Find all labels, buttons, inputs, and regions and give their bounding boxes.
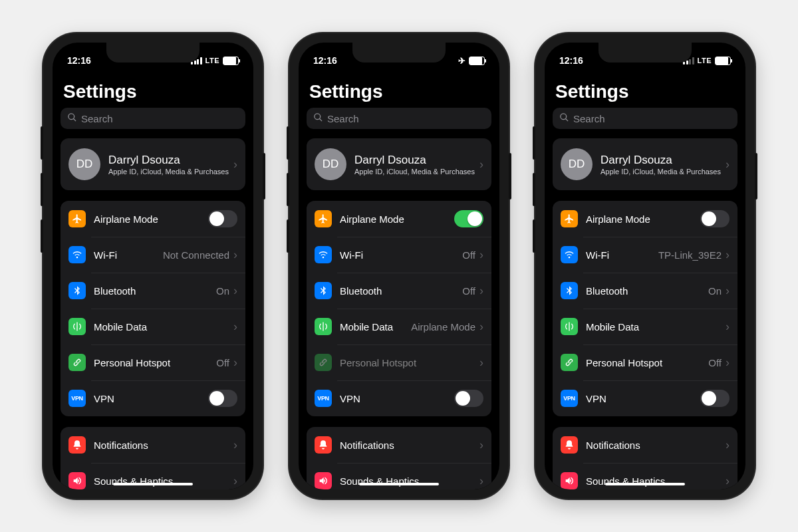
screen: 12:16 LTE Settings Search DD Da xyxy=(53,43,253,489)
avatar: DD xyxy=(68,148,100,180)
row-notifications[interactable]: Notifications › xyxy=(61,427,245,463)
status-time: 12:16 xyxy=(67,55,91,66)
mobile-data-icon xyxy=(561,318,578,335)
airplane-label: Airplane Mode xyxy=(340,213,454,225)
profile-name: Darryl Dsouza xyxy=(600,154,726,167)
airplane-toggle[interactable] xyxy=(208,210,237,227)
sounds-icon xyxy=(315,472,332,489)
row-notifications[interactable]: Notifications › xyxy=(553,427,737,463)
home-indicator[interactable] xyxy=(113,483,193,485)
row-profile[interactable]: DD Darryl Dsouza Apple ID, iCloud, Media… xyxy=(61,138,245,190)
profile-subtitle: Apple ID, iCloud, Media & Purchases xyxy=(354,168,479,176)
hotspot-icon xyxy=(68,354,86,371)
search-icon xyxy=(67,112,77,124)
vpn-label: VPN xyxy=(94,393,208,404)
profile-group: DD Darryl Dsouza Apple ID, iCloud, Media… xyxy=(553,138,737,190)
airplane-label: Airplane Mode xyxy=(94,213,208,225)
row-vpn[interactable]: VPN VPN xyxy=(307,380,491,416)
sounds-icon xyxy=(561,472,578,489)
notch xyxy=(106,43,200,63)
chevron-right-icon: › xyxy=(233,475,237,487)
row-hotspot[interactable]: Personal Hotspot › xyxy=(307,344,491,380)
notch xyxy=(352,43,446,63)
bluetooth-label: Bluetooth xyxy=(340,285,462,297)
vpn-toggle[interactable] xyxy=(208,390,237,407)
notch xyxy=(598,43,692,63)
bluetooth-value: On xyxy=(708,285,722,297)
row-wifi[interactable]: Wi-Fi Not Connected› xyxy=(61,237,245,273)
row-wifi[interactable]: Wi-Fi Off› xyxy=(307,237,491,273)
mobile-data-label: Mobile Data xyxy=(586,321,726,332)
wifi-value: Off xyxy=(462,249,475,261)
row-notifications[interactable]: Notifications › xyxy=(307,427,491,463)
chevron-right-icon: › xyxy=(726,249,730,261)
vpn-toggle[interactable] xyxy=(700,390,730,407)
row-bluetooth[interactable]: Bluetooth On› xyxy=(61,273,245,309)
row-wifi[interactable]: Wi-Fi TP-Link_39E2› xyxy=(553,237,737,273)
airplane-toggle[interactable] xyxy=(454,210,483,227)
mobile-data-label: Mobile Data xyxy=(94,321,233,332)
hotspot-value: Off xyxy=(708,357,722,368)
vpn-toggle[interactable] xyxy=(454,390,483,407)
hotspot-label: Personal Hotspot xyxy=(586,357,708,368)
search-input[interactable]: Search xyxy=(61,108,245,129)
page-title: Settings xyxy=(63,81,243,102)
row-bluetooth[interactable]: Bluetooth On› xyxy=(553,273,737,309)
row-vpn[interactable]: VPN VPN xyxy=(61,380,245,416)
chevron-right-icon: › xyxy=(479,249,483,261)
home-indicator[interactable] xyxy=(359,483,439,485)
row-sounds[interactable]: Sounds & Haptics › xyxy=(553,463,737,489)
bluetooth-icon xyxy=(561,282,578,299)
chevron-right-icon: › xyxy=(726,356,730,368)
row-airplane[interactable]: Airplane Mode xyxy=(553,201,737,237)
chevron-right-icon: › xyxy=(726,439,730,451)
chevron-right-icon: › xyxy=(233,158,237,170)
wifi-value: Not Connected xyxy=(163,249,229,261)
wifi-label: Wi-Fi xyxy=(586,249,658,261)
wifi-label: Wi-Fi xyxy=(340,249,462,261)
profile-name: Darryl Dsouza xyxy=(108,154,233,167)
row-profile[interactable]: DD Darryl Dsouza Apple ID, iCloud, Media… xyxy=(307,138,491,190)
screen: 12:16 LTE Settings Search DD Da xyxy=(545,43,745,489)
airplane-icon xyxy=(68,210,86,227)
row-profile[interactable]: DD Darryl Dsouza Apple ID, iCloud, Media… xyxy=(553,138,737,190)
profile-subtitle: Apple ID, iCloud, Media & Purchases xyxy=(600,168,726,176)
airplane-toggle[interactable] xyxy=(700,210,730,227)
search-input[interactable]: Search xyxy=(307,108,491,129)
row-bluetooth[interactable]: Bluetooth Off› xyxy=(307,273,491,309)
mobile-data-icon xyxy=(68,318,86,335)
notifications-label: Notifications xyxy=(586,440,726,451)
vpn-icon: VPN xyxy=(68,390,86,407)
row-airplane[interactable]: Airplane Mode xyxy=(307,201,491,237)
row-hotspot[interactable]: Personal Hotspot Off› xyxy=(553,344,737,380)
attention-group: Notifications › Sounds & Haptics › Focus… xyxy=(553,427,737,489)
row-hotspot[interactable]: Personal Hotspot Off› xyxy=(61,344,245,380)
chevron-right-icon: › xyxy=(233,356,237,368)
profile-subtitle: Apple ID, iCloud, Media & Purchases xyxy=(108,168,233,176)
row-sounds[interactable]: Sounds & Haptics › xyxy=(307,463,491,489)
battery-icon xyxy=(469,57,485,65)
bluetooth-icon xyxy=(68,282,86,299)
row-mobile-data[interactable]: Mobile Data › xyxy=(61,309,245,344)
chevron-right-icon: › xyxy=(233,249,237,261)
search-input[interactable]: Search xyxy=(553,108,737,129)
vpn-label: VPN xyxy=(340,393,454,404)
mobile-data-label: Mobile Data xyxy=(340,321,411,332)
vpn-label: VPN xyxy=(586,393,700,404)
hotspot-value: Off xyxy=(216,357,229,368)
battery-icon xyxy=(223,57,239,65)
chevron-right-icon: › xyxy=(479,475,483,487)
phone-mockup-2: 12:16 ✈︎ Settings Search DD Darryl Dsou xyxy=(289,33,509,499)
row-mobile-data[interactable]: Mobile Data Airplane Mode› xyxy=(307,309,491,344)
row-mobile-data[interactable]: Mobile Data › xyxy=(553,309,737,344)
row-vpn[interactable]: VPN VPN xyxy=(553,380,737,416)
airplane-status-icon: ✈︎ xyxy=(458,56,466,66)
page-title: Settings xyxy=(309,81,489,102)
row-sounds[interactable]: Sounds & Haptics › xyxy=(61,463,245,489)
chevron-right-icon: › xyxy=(479,439,483,451)
home-indicator[interactable] xyxy=(605,483,685,485)
wifi-label: Wi-Fi xyxy=(94,249,163,261)
connectivity-group: Airplane Mode Wi-Fi Not Connected› Bluet… xyxy=(61,201,245,416)
row-airplane[interactable]: Airplane Mode xyxy=(61,201,245,237)
phone-mockup-3: 12:16 LTE Settings Search DD Da xyxy=(535,33,755,499)
